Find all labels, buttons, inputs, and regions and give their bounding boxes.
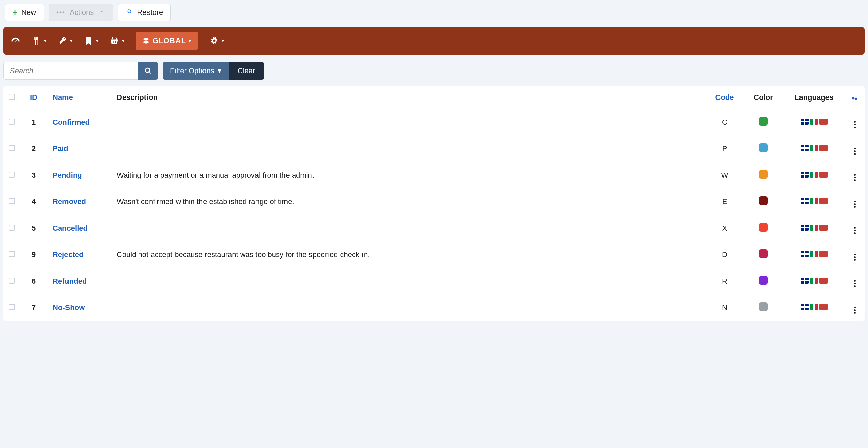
color-swatch: [759, 276, 768, 285]
actions-button-label: Actions: [70, 8, 94, 17]
row-name-link[interactable]: Cancelled: [53, 224, 88, 232]
col-color[interactable]: Color: [743, 86, 784, 109]
main-navbar: ▾ ▾ ▾ ▾ GLOBAL ▾ ▾: [3, 27, 865, 55]
row-code: E: [706, 189, 743, 215]
row-name-link[interactable]: Removed: [53, 197, 86, 206]
color-swatch: [759, 302, 768, 311]
filter-options-label: Filter Options: [170, 66, 214, 75]
row-name-link[interactable]: Paid: [53, 144, 68, 153]
row-actions-menu[interactable]: [850, 306, 859, 314]
row-checkbox[interactable]: [9, 278, 15, 284]
flag-red-icon: [819, 225, 828, 231]
filter-options-button[interactable]: Filter Options ▾: [163, 62, 229, 80]
flag-uk-icon: [801, 145, 809, 151]
col-sort[interactable]: ♦▴: [844, 86, 865, 109]
wrench-icon: [58, 36, 67, 46]
table-row: 6RefundedR: [3, 268, 865, 295]
row-description: [111, 295, 706, 321]
row-code: R: [706, 268, 743, 295]
select-all-checkbox[interactable]: [9, 94, 15, 100]
row-code: X: [706, 215, 743, 242]
nav-settings[interactable]: ▾: [210, 36, 224, 46]
table-row: 2PaidP: [3, 136, 865, 162]
row-id: 4: [20, 189, 47, 215]
row-name-link[interactable]: Rejected: [53, 250, 84, 259]
col-description[interactable]: Description: [111, 86, 706, 109]
col-languages[interactable]: Languages: [784, 86, 844, 109]
gears-icon: [210, 36, 219, 46]
chevron-down-icon: ▾: [189, 38, 191, 44]
row-checkbox[interactable]: [9, 198, 15, 204]
row-name-link[interactable]: Refunded: [53, 277, 87, 285]
restore-button[interactable]: Restore: [118, 4, 171, 21]
color-swatch: [759, 196, 768, 205]
nav-restaurant[interactable]: ▾: [32, 36, 46, 46]
bookmark-icon: [84, 36, 93, 46]
col-id[interactable]: ID: [20, 86, 47, 109]
row-actions-menu[interactable]: [850, 147, 859, 155]
row-description: [111, 136, 706, 162]
search-input[interactable]: [3, 62, 138, 80]
clear-button[interactable]: Clear: [229, 62, 264, 80]
row-checkbox[interactable]: [9, 225, 15, 231]
row-name-link[interactable]: Pending: [53, 171, 82, 179]
row-actions-menu[interactable]: [850, 253, 859, 261]
row-languages: [801, 278, 828, 284]
row-checkbox[interactable]: [9, 119, 15, 125]
nav-global[interactable]: GLOBAL ▾: [136, 32, 198, 50]
nav-tools[interactable]: ▾: [58, 36, 72, 46]
nav-basket[interactable]: ▾: [110, 36, 124, 46]
search-button[interactable]: [138, 62, 158, 80]
row-languages: [801, 119, 828, 125]
table-row: 4RemovedWasn't confirmed within the esta…: [3, 189, 865, 215]
row-languages: [801, 225, 828, 231]
plus-icon: +: [12, 8, 17, 17]
row-checkbox[interactable]: [9, 251, 15, 257]
row-checkbox[interactable]: [9, 172, 15, 178]
row-actions-menu[interactable]: [850, 121, 859, 129]
flag-it-icon: [810, 251, 818, 257]
flag-red-icon: [819, 145, 828, 151]
nav-bookmark[interactable]: ▾: [84, 36, 98, 46]
flag-it-icon: [810, 304, 818, 310]
row-code: N: [706, 295, 743, 321]
gauge-icon: [11, 36, 20, 46]
flag-red-icon: [819, 251, 828, 257]
chevron-down-icon: [98, 8, 105, 17]
row-checkbox[interactable]: [9, 145, 15, 151]
flag-uk-icon: [801, 225, 809, 231]
flag-uk-icon: [801, 251, 809, 257]
flag-uk-icon: [801, 172, 809, 178]
table-row: 7No-ShowN: [3, 295, 865, 321]
row-id: 1: [20, 109, 47, 136]
flag-it-icon: [810, 172, 818, 178]
row-actions-menu[interactable]: [850, 280, 859, 288]
row-checkbox[interactable]: [9, 304, 15, 310]
flag-uk-icon: [801, 198, 809, 204]
row-description: [111, 268, 706, 295]
row-actions-menu[interactable]: [850, 227, 859, 235]
caret-down-icon: ▾: [218, 66, 221, 75]
flag-uk-icon: [801, 119, 809, 125]
color-swatch: [759, 223, 768, 232]
row-actions-menu[interactable]: [850, 200, 859, 208]
new-button[interactable]: + New: [5, 4, 44, 21]
flag-red-icon: [819, 278, 828, 284]
color-swatch: [759, 249, 768, 258]
table-row: 1ConfirmedC: [3, 109, 865, 136]
row-name-link[interactable]: Confirmed: [53, 118, 90, 127]
table-row: 5CancelledX: [3, 215, 865, 242]
chevron-down-icon: ▾: [222, 38, 224, 44]
nav-global-label: GLOBAL: [153, 36, 186, 45]
row-id: 2: [20, 136, 47, 162]
actions-button[interactable]: ••• Actions: [49, 4, 113, 21]
restore-button-label: Restore: [137, 8, 163, 17]
flag-red-icon: [819, 304, 828, 310]
chevron-down-icon: ▾: [96, 38, 98, 44]
sort-icon: ♦▴: [852, 95, 857, 101]
row-actions-menu[interactable]: [850, 174, 859, 182]
col-code[interactable]: Code: [706, 86, 743, 109]
col-name[interactable]: Name: [47, 86, 111, 109]
row-name-link[interactable]: No-Show: [53, 303, 85, 312]
nav-dashboard[interactable]: [11, 36, 20, 46]
